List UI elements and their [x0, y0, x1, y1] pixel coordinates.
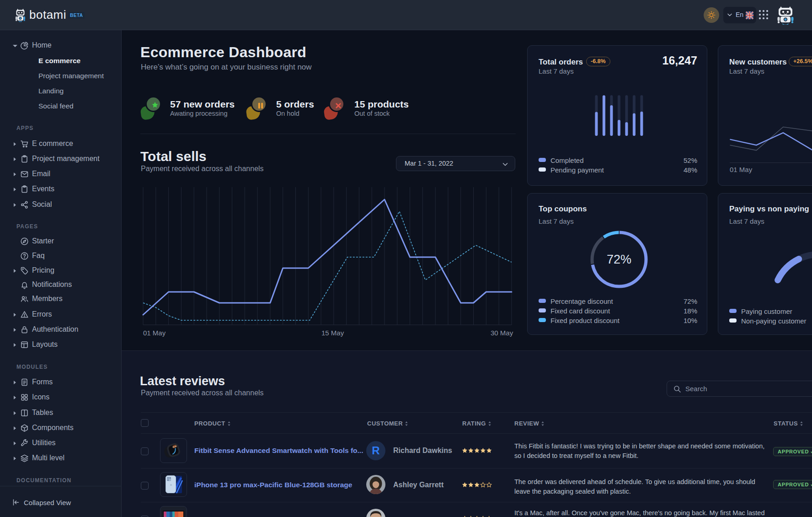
svg-text:72%: 72%	[607, 253, 631, 266]
